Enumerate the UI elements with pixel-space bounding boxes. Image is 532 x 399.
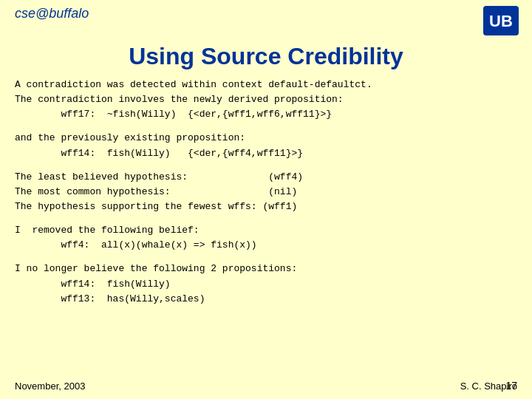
page-number: 17 — [505, 380, 517, 392]
previous-proposition-block: and the previously existing proposition:… — [15, 131, 517, 160]
svg-text:UB: UB — [489, 12, 513, 30]
hyp-line2: The most common hypothesis: (nil) — [15, 185, 517, 200]
logo-text: cse@buffalo — [15, 6, 89, 21]
hypothesis-block: The least believed hypothesis: (wff4) Th… — [15, 170, 517, 214]
no-longer-line2: wff14: fish(Willy) — [15, 277, 517, 292]
contradiction-new: The contradiction involves the newly der… — [15, 92, 517, 107]
footer-date: November, 2003 — [15, 381, 85, 392]
line1: A contradiction was detected within cont… — [15, 78, 517, 92]
contradiction-new-detail: wff17: ~fish(Willy) {<der,{wff1,wff6,wff… — [15, 107, 517, 122]
hyp-line3: The hypothesis supporting the fewest wff… — [15, 200, 517, 214]
removed-belief-block: I removed the following belief: wff4: al… — [15, 223, 517, 253]
no-longer-believe-block: I no longer believe the following 2 prop… — [15, 262, 517, 306]
main-content: A contradiction was detected within cont… — [0, 70, 532, 307]
prev-prop-line2: wff14: fish(Willy) {<der,{wff4,wff11}>} — [15, 146, 517, 161]
no-longer-line3: wff13: has(Willy,scales) — [15, 292, 517, 307]
intro-block: A contradiction was detected within cont… — [15, 78, 517, 122]
removed-line2: wff4: all(x)(whale(x) => fish(x)) — [15, 238, 517, 253]
footer: November, 2003 S. C. Shapiro — [0, 381, 532, 392]
removed-line1: I removed the following belief: — [15, 223, 517, 238]
page-title: Using Source Credibility — [0, 43, 532, 70]
no-longer-line1: I no longer believe the following 2 prop… — [15, 262, 517, 276]
hyp-line1: The least believed hypothesis: (wff4) — [15, 170, 517, 185]
prev-prop-line1: and the previously existing proposition: — [15, 131, 517, 146]
ub-logo-icon: UB — [482, 4, 520, 37]
